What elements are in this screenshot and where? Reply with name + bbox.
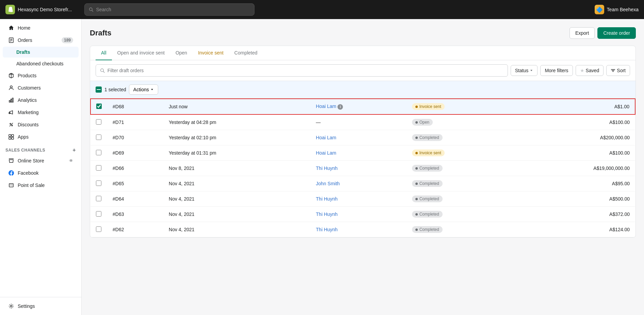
- status-badge: Completed: [412, 211, 443, 218]
- table-row[interactable]: #D70 Yesterday at 02:10 pm Hoai Lam Comp…: [90, 130, 635, 145]
- filter-input[interactable]: [108, 68, 503, 73]
- table-row[interactable]: #D69 Yesterday at 01:31 pm Hoai Lam Invo…: [90, 145, 635, 161]
- order-amount: A$1.00: [516, 99, 635, 114]
- table-row[interactable]: #D66 Nov 8, 2021 Thi Huynh Completed A$1…: [90, 161, 635, 176]
- row-checkbox[interactable]: [96, 119, 101, 125]
- order-id[interactable]: #D63: [107, 207, 163, 222]
- table-row[interactable]: #D64 Nov 4, 2021 Thi Huynh Completed A$5…: [90, 191, 635, 207]
- order-id[interactable]: #D70: [107, 130, 163, 145]
- table-row[interactable]: #D63 Nov 4, 2021 Thi Huynh Completed A$3…: [90, 207, 635, 222]
- order-customer[interactable]: Thi Huynh: [311, 222, 407, 237]
- tabs: All Open and invoice sent Open Invoice s…: [90, 46, 635, 60]
- status-filter-button[interactable]: Status: [511, 65, 538, 76]
- row-checkbox[interactable]: [96, 165, 101, 171]
- status-badge: Completed: [412, 226, 443, 233]
- more-filters-button[interactable]: More filters: [540, 65, 573, 76]
- sidebar-item-home[interactable]: Home: [3, 22, 79, 34]
- table-row[interactable]: #D65 Nov 4, 2021 John Smith Completed A$…: [90, 176, 635, 191]
- row-checkbox[interactable]: [96, 226, 101, 232]
- table-row[interactable]: #D68 Just now Hoai Lami Invoice sent A$1…: [90, 99, 635, 114]
- add-sales-channel-icon[interactable]: +: [72, 147, 76, 153]
- tab-open-invoice[interactable]: Open and invoice sent: [112, 46, 170, 60]
- search-bar[interactable]: [84, 3, 254, 16]
- order-id[interactable]: #D65: [107, 176, 163, 191]
- customer-link[interactable]: Hoai Lam: [316, 104, 336, 109]
- bulk-actions-button[interactable]: Actions: [129, 84, 158, 95]
- sidebar-item-discounts[interactable]: Discounts: [3, 119, 79, 130]
- row-checkbox-cell: [90, 176, 107, 191]
- row-checkbox[interactable]: [96, 104, 102, 109]
- order-customer[interactable]: Thi Huynh: [311, 207, 407, 222]
- sidebar-item-pos[interactable]: Point of Sale: [3, 179, 79, 191]
- store-logo[interactable]: Hexasync Demo Storefr...: [5, 5, 80, 14]
- order-customer[interactable]: Hoai Lami: [311, 99, 407, 114]
- sidebar-item-analytics[interactable]: Analytics: [3, 94, 79, 106]
- orders-table: #D68 Just now Hoai Lami Invoice sent A$1…: [90, 98, 635, 237]
- status-badge: Completed: [412, 180, 443, 187]
- row-checkbox[interactable]: [96, 211, 101, 217]
- order-date: Yesterday at 02:10 pm: [163, 130, 311, 145]
- customer-link[interactable]: Thi Huynh: [316, 166, 338, 171]
- sidebar-item-orders[interactable]: Orders 189: [3, 34, 79, 46]
- customer-info-icon[interactable]: i: [337, 104, 343, 110]
- customer-link[interactable]: Hoai Lam: [316, 150, 336, 156]
- order-id[interactable]: #D68: [107, 99, 163, 114]
- table-row[interactable]: #D62 Nov 4, 2021 Thi Huynh Completed A$1…: [90, 222, 635, 237]
- status-badge: Completed: [412, 195, 443, 202]
- tab-all[interactable]: All: [96, 46, 112, 60]
- customer-link[interactable]: Thi Huynh: [316, 227, 338, 232]
- row-checkbox[interactable]: [96, 135, 101, 140]
- order-customer[interactable]: Thi Huynh: [311, 191, 407, 207]
- order-id[interactable]: #D71: [107, 114, 163, 130]
- order-status: Invoice sent: [407, 145, 516, 161]
- order-date: Yesterday at 01:31 pm: [163, 145, 311, 161]
- tab-open[interactable]: Open: [170, 46, 193, 60]
- sidebar-item-settings[interactable]: Settings: [3, 300, 79, 312]
- table-row[interactable]: #D71 Yesterday at 04:28 pm — Open A$100.…: [90, 114, 635, 130]
- online-store-eye-icon[interactable]: 👁: [69, 158, 73, 163]
- sidebar-item-apps[interactable]: Apps: [3, 131, 79, 143]
- order-status: Completed: [407, 130, 516, 145]
- sidebar-item-online-store[interactable]: Online Store 👁: [3, 155, 79, 167]
- order-date: Just now: [163, 99, 311, 114]
- order-customer[interactable]: Hoai Lam: [311, 145, 407, 161]
- row-checkbox[interactable]: [96, 180, 101, 186]
- discounts-icon: [8, 122, 14, 128]
- order-id[interactable]: #D62: [107, 222, 163, 237]
- bulk-checkbox[interactable]: [96, 86, 102, 93]
- order-customer[interactable]: John Smith: [311, 176, 407, 191]
- order-id[interactable]: #D64: [107, 191, 163, 207]
- sidebar-item-drafts[interactable]: Drafts: [3, 47, 79, 58]
- create-order-button[interactable]: Create order: [597, 27, 636, 39]
- order-id[interactable]: #D66: [107, 161, 163, 176]
- saved-button[interactable]: ★ Saved: [576, 65, 604, 76]
- row-checkbox-cell: [90, 130, 107, 145]
- order-customer[interactable]: Thi Huynh: [311, 161, 407, 176]
- sidebar-item-facebook[interactable]: Facebook: [3, 167, 79, 179]
- tab-completed[interactable]: Completed: [229, 46, 263, 60]
- filter-search[interactable]: [96, 64, 508, 77]
- customer-link[interactable]: Hoai Lam: [316, 135, 336, 140]
- row-checkbox-cell: [90, 207, 107, 222]
- order-customer[interactable]: Hoai Lam: [311, 130, 407, 145]
- row-checkbox[interactable]: [96, 196, 101, 201]
- analytics-icon: [8, 97, 14, 103]
- sidebar-item-customers[interactable]: Customers: [3, 82, 79, 94]
- status-badge: Completed: [412, 134, 443, 141]
- sidebar-item-products[interactable]: Products: [3, 70, 79, 81]
- sidebar-item-marketing[interactable]: Marketing: [3, 107, 79, 118]
- order-amount: A$100.00: [516, 145, 635, 161]
- sidebar-item-abandoned[interactable]: Abandoned checkouts: [3, 58, 79, 69]
- customer-link[interactable]: Thi Huynh: [316, 196, 338, 202]
- sort-button[interactable]: Sort: [606, 65, 630, 76]
- svg-rect-31: [97, 89, 101, 90]
- order-id[interactable]: #D69: [107, 145, 163, 161]
- search-input[interactable]: [96, 7, 250, 12]
- customer-link[interactable]: Thi Huynh: [316, 211, 338, 217]
- order-amount: A$372.00: [516, 207, 635, 222]
- customer-link[interactable]: John Smith: [316, 181, 340, 186]
- export-button[interactable]: Export: [569, 27, 595, 39]
- tab-invoice-sent[interactable]: Invoice sent: [193, 46, 229, 60]
- svg-line-27: [103, 72, 104, 73]
- row-checkbox[interactable]: [96, 150, 101, 155]
